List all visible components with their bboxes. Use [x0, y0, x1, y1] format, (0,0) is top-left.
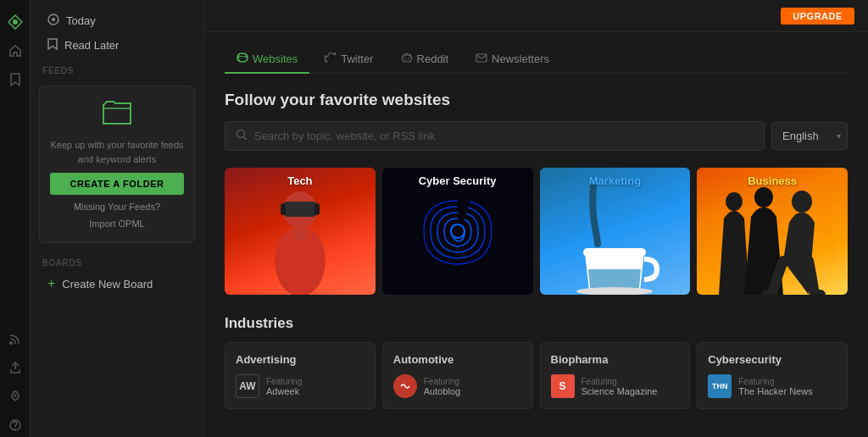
tab-reddit[interactable]: Reddit [389, 46, 461, 74]
content-area: Websites Twitter [204, 32, 868, 437]
tab-twitter[interactable]: Twitter [313, 46, 385, 74]
svg-point-24 [754, 187, 773, 207]
search-box [225, 121, 765, 151]
tab-websites-label: Websites [253, 53, 298, 65]
science-mag-featuring-label: Featuring [581, 377, 658, 386]
tab-reddit-label: Reddit [417, 53, 449, 65]
svg-point-3 [14, 395, 16, 397]
follow-title: Follow your favorite websites [225, 91, 848, 109]
svg-point-5 [14, 428, 16, 429]
adweek-featuring-label: Featuring [266, 377, 302, 386]
category-cards: Tech [225, 168, 848, 295]
category-card-marketing[interactable]: Marketing [540, 168, 691, 295]
rss-icon[interactable] [3, 327, 27, 351]
svg-point-7 [52, 18, 55, 21]
business-label: Business [697, 174, 848, 187]
language-selector[interactable]: English French Spanish German ▾ [771, 121, 848, 151]
industry-card-biopharma[interactable]: Biopharma S Featuring Science Magazine [540, 342, 691, 409]
tab-newsletters[interactable]: Newsletters [464, 46, 561, 74]
cybersecurity-title: Cybersecurity [708, 353, 837, 366]
industries-title: Industries [225, 315, 848, 332]
reddit-icon [401, 53, 413, 65]
missing-feeds-link[interactable]: Missing Your Feeds? [74, 202, 160, 212]
industry-card-advertising[interactable]: Advertising AW Featuring Adweek [225, 342, 376, 409]
boards-section-label: BOARDS [31, 250, 203, 271]
svg-point-11 [409, 54, 411, 56]
biopharma-title: Biopharma [551, 353, 680, 366]
tab-newsletters-label: Newsletters [492, 53, 549, 65]
language-select[interactable]: English French Spanish German [771, 122, 848, 150]
adweek-logo: AW [236, 374, 259, 398]
logo-icon[interactable] [3, 10, 27, 34]
automotive-featuring: Featuring Autoblog [393, 374, 522, 398]
import-opml-link[interactable]: Import OPML [89, 218, 144, 229]
advertising-title: Advertising [236, 353, 364, 366]
sidebar-item-create-board[interactable]: + Create New Board [36, 272, 198, 296]
search-input[interactable] [254, 122, 754, 150]
main-content: UPGRADE Websites [204, 0, 868, 437]
add-icon: + [47, 276, 55, 291]
autoblog-name: Autoblog [424, 386, 460, 396]
read-later-icon [47, 38, 58, 53]
biopharma-featuring: S Featuring Science Magazine [551, 374, 680, 398]
svg-point-9 [404, 58, 406, 59]
hacker-news-featuring-label: Featuring [738, 377, 812, 386]
create-folder-button[interactable]: CREATE A FOLDER [50, 173, 184, 195]
upgrade-button[interactable]: UPGRADE [781, 8, 854, 25]
newsletters-icon [476, 53, 487, 65]
svg-rect-17 [314, 203, 320, 215]
tab-websites[interactable]: Websites [225, 46, 309, 74]
svg-point-10 [408, 58, 409, 59]
feeds-section-label: FEEDS [31, 58, 203, 79]
svg-rect-15 [283, 202, 317, 217]
industry-cards: Advertising AW Featuring Adweek Automoti… [225, 342, 848, 409]
tab-twitter-label: Twitter [341, 53, 373, 65]
feeds-box: Keep up with your favorite feeds and key… [39, 86, 195, 243]
industry-card-automotive[interactable]: Automotive Featuring Autoblog [382, 342, 533, 409]
sidebar: Today Read Later FEEDS Keep up with your… [31, 0, 204, 437]
sidebar-item-today[interactable]: Today [36, 9, 198, 32]
today-icon [47, 14, 59, 28]
svg-rect-21 [583, 248, 646, 257]
svg-point-2 [9, 341, 13, 345]
home-icon[interactable] [3, 39, 27, 63]
help-icon[interactable] [3, 413, 27, 437]
adweek-name: Adweek [266, 386, 302, 396]
svg-point-25 [792, 191, 812, 213]
category-card-business[interactable]: Business [697, 168, 848, 295]
twitter-icon [325, 53, 337, 65]
marketing-label: Marketing [540, 174, 691, 187]
automotive-title: Automotive [393, 353, 522, 366]
search-icon [236, 129, 248, 143]
read-later-label: Read Later [64, 39, 119, 52]
tabs: Websites Twitter [225, 46, 848, 74]
tech-label: Tech [225, 174, 376, 187]
svg-point-1 [13, 19, 18, 25]
svg-rect-19 [294, 227, 306, 241]
search-row: English French Spanish German ▾ [225, 121, 848, 151]
science-mag-logo: S [551, 374, 575, 398]
category-card-tech[interactable]: Tech [225, 168, 376, 295]
svg-point-23 [726, 192, 743, 211]
svg-point-13 [237, 130, 245, 138]
hacker-news-name: The Hacker News [738, 386, 812, 396]
industry-card-cybersecurity[interactable]: Cybersecurity THN Featuring The Hacker N… [697, 342, 848, 409]
folder-icon [102, 100, 132, 131]
bookmark-icon[interactable] [3, 68, 27, 91]
advertising-featuring: AW Featuring Adweek [236, 374, 364, 398]
autoblog-featuring-label: Featuring [424, 377, 460, 386]
icon-rail [0, 0, 31, 437]
websites-icon [236, 53, 248, 65]
svg-point-22 [576, 287, 653, 295]
share-icon[interactable] [3, 356, 27, 379]
cybersecurity-featuring: THN Featuring The Hacker News [708, 374, 837, 398]
create-board-label: Create New Board [62, 278, 153, 290]
cyber-label: Cyber Security [382, 174, 533, 187]
sidebar-item-read-later[interactable]: Read Later [36, 34, 198, 57]
feeds-description: Keep up with your favorite feeds and key… [50, 138, 184, 166]
svg-rect-16 [281, 203, 286, 215]
today-label: Today [66, 14, 96, 27]
category-card-cyber[interactable]: Cyber Security [382, 168, 533, 295]
autoblog-logo [393, 374, 417, 398]
rocket-icon[interactable] [3, 384, 27, 408]
